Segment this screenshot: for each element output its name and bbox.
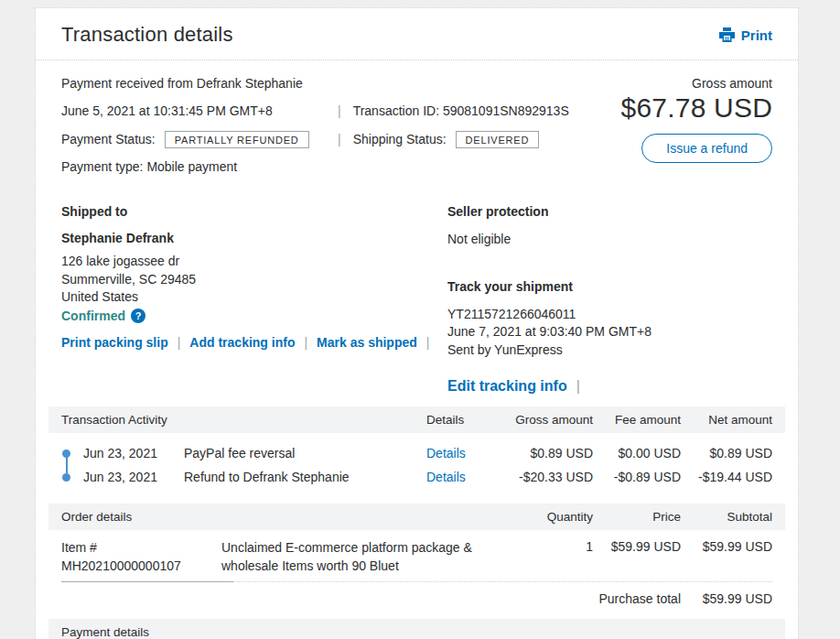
gross-amount-label: Gross amount xyxy=(621,76,772,91)
page-title: Transaction details xyxy=(61,23,233,47)
transaction-details-card: Transaction details Print Payment receiv… xyxy=(35,7,799,639)
print-icon xyxy=(719,27,735,42)
payment-date: June 5, 2021 at 10:31:45 PM GMT+8 xyxy=(61,103,338,118)
seller-protection-title: Seller protection xyxy=(447,204,772,219)
order-title: Order details xyxy=(61,510,487,524)
transaction-id: Transaction ID: 59081091SN892913S xyxy=(353,103,569,118)
order-details-table: Order details Quantity Price Subtotal It… xyxy=(48,504,785,615)
seller-protection-status: Not eligible xyxy=(447,231,772,249)
item-description: Unclaimed E-commerce platform package & … xyxy=(221,539,487,575)
order-header-row: Order details Quantity Price Subtotal xyxy=(48,504,785,530)
activity-header-row: Transaction Activity Details Gross amoun… xyxy=(48,406,785,433)
activity-title: Transaction Activity xyxy=(61,413,426,427)
table-row: Jun 23, 2021 Refund to Defrank Stephanie… xyxy=(61,465,772,489)
status-row: Payment Status: PARTIALLY REFUNDED Shipp… xyxy=(61,129,569,149)
add-tracking-info-link[interactable]: Add tracking info xyxy=(189,335,295,350)
shipping-status-badge: DELIVERED xyxy=(456,131,540,148)
col-gross-amount: Gross amount xyxy=(485,413,593,427)
address-line: 126 lake jogassee dr xyxy=(61,253,447,271)
payment-details-table: Payment details Purchase total $59.99 US… xyxy=(48,619,785,639)
summary-right: Gross amount $67.78 USD Issue a refund xyxy=(621,74,772,184)
item-number-value: MH20210000000107 xyxy=(61,558,221,576)
purchase-total-label: Purchase total xyxy=(61,591,681,606)
table-row: Jun 23, 2021 PayPal fee reversal Details… xyxy=(61,441,772,465)
tracking-number: YT2115721266046011 xyxy=(447,306,772,324)
details-link[interactable]: Details xyxy=(426,446,485,460)
payment-status-badge: PARTIALLY REFUNDED xyxy=(165,131,309,148)
activity-gross: $0.89 USD xyxy=(485,446,593,460)
activity-rows: Jun 23, 2021 PayPal fee reversal Details… xyxy=(48,433,785,494)
tracking-carrier: Sent by YunExpress xyxy=(447,341,772,360)
pipe-separator xyxy=(304,335,307,350)
activity-net: $0.89 USD xyxy=(681,446,772,460)
seller-protection-column: Seller protection Not eligible Track you… xyxy=(447,204,772,395)
table-row: Item # MH20210000000107 Unclaimed E-comm… xyxy=(48,530,785,579)
row-divider xyxy=(61,581,772,582)
pipe-separator xyxy=(338,103,341,118)
col-price: Price xyxy=(593,510,681,524)
item-price: $59.99 USD xyxy=(593,539,681,554)
received-from: Payment received from Defrank Stephanie xyxy=(61,74,569,92)
help-icon[interactable]: ? xyxy=(131,309,145,323)
activity-description: Refund to Defrank Stephanie xyxy=(184,470,426,484)
edit-tracking-info-link[interactable]: Edit tracking info xyxy=(447,378,567,395)
shipped-to-column: Shipped to Stephanie Defrank 126 lake jo… xyxy=(61,204,447,395)
activity-fee: $0.00 USD xyxy=(593,446,681,460)
print-label: Print xyxy=(741,27,772,43)
gross-amount-value: $67.78 USD xyxy=(621,92,772,124)
activity-fee: -$0.89 USD xyxy=(593,470,681,484)
card-header: Transaction details Print xyxy=(36,8,798,60)
address-line: Summerville, SC 29485 xyxy=(61,271,447,289)
pipe-separator xyxy=(576,378,580,395)
timeline-connector xyxy=(66,453,68,478)
payment-details-header: Payment details xyxy=(48,619,785,639)
pipe-separator xyxy=(178,335,181,350)
col-subtotal: Subtotal xyxy=(681,510,772,524)
payment-details-title: Payment details xyxy=(61,625,772,639)
col-details: Details xyxy=(426,413,485,427)
tracking-date: June 7, 2021 at 9:03:40 PM GMT+8 xyxy=(447,323,772,341)
shipping-section: Shipped to Stephanie Defrank 126 lake jo… xyxy=(36,200,798,395)
address-line: United States xyxy=(61,288,447,307)
activity-gross: -$20.33 USD xyxy=(485,470,593,484)
activity-net: -$19.44 USD xyxy=(681,470,772,484)
item-quantity: 1 xyxy=(487,539,593,554)
shipping-actions: Print packing slip Add tracking info Mar… xyxy=(61,335,447,350)
confirmed-link[interactable]: Confirmed xyxy=(61,309,125,323)
date-transaction-row: June 5, 2021 at 10:31:45 PM GMT+8 Transa… xyxy=(61,101,569,121)
print-packing-slip-link[interactable]: Print packing slip xyxy=(61,335,168,350)
col-quantity: Quantity xyxy=(487,510,593,524)
mark-as-shipped-link[interactable]: Mark as shipped xyxy=(317,335,417,350)
address-confirmed-row: Confirmed ? xyxy=(61,309,447,323)
pipe-separator xyxy=(338,132,341,146)
transaction-activity-table: Transaction Activity Details Gross amoun… xyxy=(48,406,785,494)
col-net-amount: Net amount xyxy=(681,413,772,427)
purchase-total-row: Purchase total $59.99 USD xyxy=(48,582,785,615)
track-shipment-block: Track your shipment YT2115721266046011 J… xyxy=(447,279,772,395)
print-button[interactable]: Print xyxy=(719,27,772,43)
pipe-separator xyxy=(426,335,430,350)
shipped-to-title: Shipped to xyxy=(61,204,447,219)
payment-type: Payment type: Mobile payment xyxy=(61,157,569,176)
track-shipment-title: Track your shipment xyxy=(447,279,772,294)
details-link[interactable]: Details xyxy=(426,470,485,484)
item-number-label: Item # xyxy=(61,539,221,558)
transaction-details-page: { "page": { "title": "Transaction detail… xyxy=(0,0,840,639)
activity-date: Jun 23, 2021 xyxy=(83,470,184,484)
summary-section: Payment received from Defrank Stephanie … xyxy=(36,60,798,200)
summary-left: Payment received from Defrank Stephanie … xyxy=(61,74,569,184)
item-number-cell: Item # MH20210000000107 xyxy=(61,539,221,575)
activity-date: Jun 23, 2021 xyxy=(83,446,184,460)
issue-refund-button[interactable]: Issue a refund xyxy=(641,134,772,163)
shipping-status-label: Shipping Status: xyxy=(353,132,447,146)
purchase-total-value: $59.99 USD xyxy=(681,591,772,606)
recipient-name: Stephanie Defrank xyxy=(61,231,447,245)
col-fee-amount: Fee amount xyxy=(593,413,681,427)
activity-description: PayPal fee reversal xyxy=(184,446,426,460)
item-subtotal: $59.99 USD xyxy=(681,539,772,554)
payment-status-label: Payment Status: xyxy=(61,132,156,146)
